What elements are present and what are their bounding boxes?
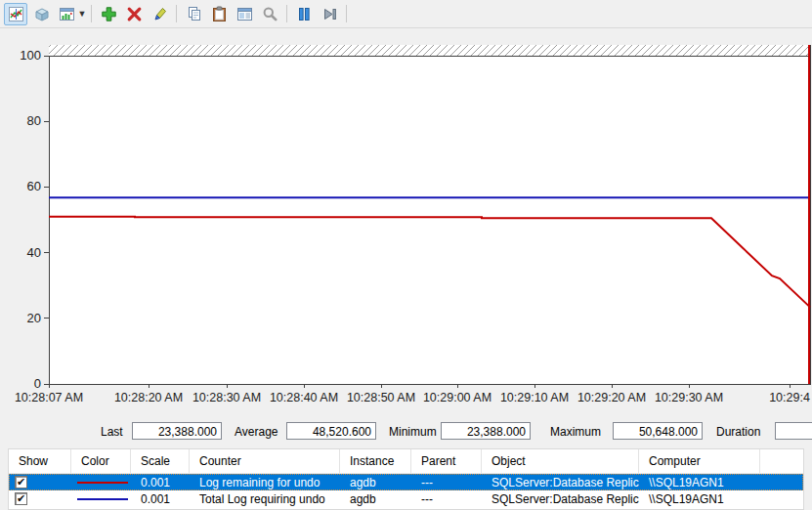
column-header-computer[interactable]: Computer — [639, 449, 760, 473]
average-label: Average — [235, 425, 278, 439]
column-header-show[interactable]: Show — [9, 449, 71, 473]
paste-counter-list-button[interactable] — [207, 3, 231, 25]
svg-text:10:29:10 AM: 10:29:10 AM — [500, 391, 569, 404]
svg-text:40: 40 — [27, 245, 41, 260]
parent-cell: --- — [411, 492, 482, 506]
show-checkbox-cell: ✔ — [9, 476, 71, 489]
minimum-label: Minimum — [389, 425, 437, 439]
column-header-scale[interactable]: Scale — [131, 449, 190, 473]
view-chart-button[interactable] — [4, 3, 27, 25]
column-header-color[interactable]: Color — [71, 449, 131, 473]
update-data-button[interactable] — [318, 3, 341, 25]
svg-text:10:28:20 AM: 10:28:20 AM — [114, 391, 183, 404]
stats-bar: Last 23,388.000 Average 48,520.600 Minim… — [0, 421, 812, 445]
svg-text:80: 80 — [27, 113, 41, 128]
toolbar-separator — [176, 5, 177, 22]
scale-cell: 0.001 — [131, 492, 190, 506]
duration-label: Duration — [716, 425, 760, 439]
column-header-filler — [760, 449, 803, 473]
counter-cell: Log remaining for undo — [190, 476, 340, 489]
instance-cell: agdb — [340, 492, 411, 506]
legend-header-row: Show Color Scale Counter Instance Parent… — [9, 449, 803, 474]
highlight-icon — [151, 6, 168, 22]
column-header-instance[interactable]: Instance — [340, 449, 411, 473]
legend-body: ✔ 0.001 Log remaining for undo agdb --- … — [9, 474, 803, 507]
series-color-swatch — [77, 482, 128, 484]
object-cell: SQLServer:Database Replica — [482, 492, 639, 506]
svg-text:0: 0 — [34, 376, 41, 391]
checkmark-icon: ✔ — [17, 493, 25, 504]
line-chart-view-icon — [8, 6, 24, 22]
color-cell — [71, 482, 131, 484]
chart-type-dropdown-icon[interactable]: ▼ — [77, 9, 87, 19]
properties-button[interactable] — [233, 3, 256, 25]
toolbar-separator — [346, 5, 347, 22]
svg-text:10:29:4: 10:29:4 — [769, 391, 810, 404]
scale-cell: 0.001 — [131, 476, 190, 489]
zoom-icon — [262, 6, 278, 22]
last-value: 23,388.000 — [132, 422, 222, 440]
color-cell — [71, 498, 131, 500]
histogram-view-icon — [33, 6, 50, 22]
view-report-button[interactable] — [55, 3, 78, 25]
highlight-button[interactable] — [148, 3, 171, 25]
minimum-value: 23,388.000 — [441, 422, 531, 440]
view-histogram-button[interactable] — [29, 3, 53, 25]
svg-text:20: 20 — [27, 311, 41, 325]
counter-row-1[interactable]: ✔ 0.001 Log remaining for undo agdb --- … — [9, 474, 803, 490]
toolbar-separator — [286, 5, 287, 22]
copy-properties-button[interactable] — [182, 3, 205, 25]
svg-text:10:28:40 AM: 10:28:40 AM — [270, 391, 338, 404]
report-view-icon — [59, 6, 75, 22]
svg-text:10:28:30 AM: 10:28:30 AM — [192, 391, 261, 404]
paste-counter-list-icon — [211, 6, 228, 22]
perfmon-window: { "toolbar": { "icons": [ {"name": "line… — [0, 0, 812, 510]
duration-value — [775, 422, 812, 440]
zoom-button[interactable] — [258, 3, 281, 25]
show-checkbox-cell: ✔ — [9, 492, 71, 505]
svg-text:10:28:07 AM: 10:28:07 AM — [15, 391, 83, 404]
delete-counter-button[interactable] — [122, 3, 146, 25]
maximum-label: Maximum — [550, 425, 601, 439]
instance-cell: agdb — [340, 476, 411, 489]
svg-text:60: 60 — [27, 179, 41, 193]
svg-text:100: 100 — [20, 48, 41, 63]
parent-cell: --- — [411, 476, 482, 489]
toolbar-separator — [91, 5, 92, 22]
counter-row-2[interactable]: ✔ 0.001 Total Log requiring undo agdb --… — [9, 490, 803, 507]
svg-text:10:29:00 AM: 10:29:00 AM — [423, 391, 491, 404]
svg-text:10:28:50 AM: 10:28:50 AM — [347, 391, 415, 404]
column-header-object[interactable]: Object — [482, 449, 639, 473]
maximum-value: 50,648.000 — [613, 422, 703, 440]
checkmark-icon: ✔ — [17, 477, 25, 488]
show-checkbox[interactable]: ✔ — [15, 476, 27, 489]
series-color-swatch — [77, 498, 128, 500]
delete-counter-icon — [126, 6, 143, 22]
computer-cell: \\SQL19AGN1 — [639, 492, 760, 506]
copy-properties-icon — [186, 6, 202, 22]
counter-cell: Total Log requiring undo — [190, 492, 340, 506]
freeze-display-button[interactable] — [292, 3, 316, 25]
properties-icon — [236, 6, 253, 22]
toolbar: ▼ — [0, 0, 812, 28]
computer-cell: \\SQL19AGN1 — [639, 476, 760, 489]
add-counter-icon — [101, 6, 117, 22]
last-label: Last — [101, 425, 123, 439]
add-counter-button[interactable] — [97, 3, 120, 25]
counter-legend: Show Color Scale Counter Instance Parent… — [8, 448, 804, 510]
object-cell: SQLServer:Database Replica — [482, 476, 639, 489]
svg-text:10:29:30 AM: 10:29:30 AM — [655, 391, 723, 404]
update-data-icon — [321, 6, 338, 22]
average-value: 48,520.600 — [286, 422, 376, 440]
freeze-display-icon — [296, 6, 313, 22]
performance-chart: 10080604020010:28:07 AM10:28:20 AM10:28:… — [0, 29, 812, 418]
column-header-parent[interactable]: Parent — [411, 449, 482, 473]
column-header-counter[interactable]: Counter — [190, 449, 340, 473]
svg-text:10:29:20 AM: 10:29:20 AM — [577, 391, 646, 404]
show-checkbox[interactable]: ✔ — [15, 492, 27, 505]
